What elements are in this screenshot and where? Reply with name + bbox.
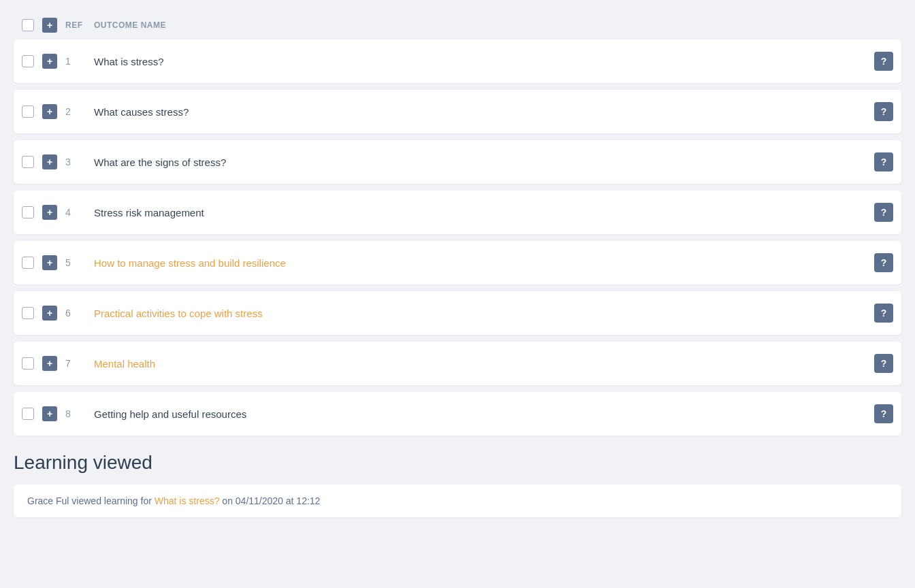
row-checkbox-4[interactable] [22,206,34,218]
table-row: + 5 How to manage stress and build resil… [14,241,901,284]
table-row: + 6 Practical activities to cope with st… [14,291,901,335]
row-checkbox-8[interactable] [22,408,34,420]
table-row: + 3 What are the signs of stress? ? [14,140,901,184]
row-ref-4: 4 [65,207,86,218]
row-help-button-5[interactable]: ? [874,253,893,272]
row-add-button-6[interactable]: + [42,306,57,321]
row-checkbox-3[interactable] [22,156,34,168]
learning-viewed-link[interactable]: What is stress? [155,495,220,506]
row-ref-1: 1 [65,56,86,67]
row-name-6: Practical activities to cope with stress [94,308,866,319]
row-ref-3: 3 [65,157,86,167]
learning-viewed-post: on 04/11/2020 at 12:12 [219,495,320,506]
row-name-4: Stress risk management [94,207,866,218]
row-checkbox-6[interactable] [22,307,34,319]
row-name-2: What causes stress? [94,106,866,118]
table-row: + 4 Stress risk management ? [14,191,901,234]
row-ref-7: 7 [65,358,86,369]
row-add-button-1[interactable]: + [42,54,57,69]
row-ref-2: 2 [65,106,86,117]
row-name-1: What is stress? [94,56,866,67]
outcome-rows-container: + 1 What is stress? ? + 2 What causes st… [14,39,901,436]
row-name-3: What are the signs of stress? [94,157,866,168]
row-add-button-2[interactable]: + [42,104,57,119]
row-checkbox-5[interactable] [22,257,34,269]
table-header: + REF OUTCOME NAME [14,11,901,39]
row-add-button-7[interactable]: + [42,356,57,371]
learning-viewed-pre: Grace Ful viewed learning for [27,495,155,506]
page-container: + REF OUTCOME NAME + 1 What is stress? ?… [0,0,915,528]
row-checkbox-1[interactable] [22,55,34,67]
table-row: + 7 Mental health ? [14,342,901,385]
header-add-button[interactable]: + [42,18,57,33]
header-checkbox[interactable] [22,19,34,31]
row-add-button-3[interactable]: + [42,154,57,169]
table-row: + 1 What is stress? ? [14,39,901,83]
row-help-button-1[interactable]: ? [874,52,893,71]
row-help-button-4[interactable]: ? [874,203,893,222]
row-ref-8: 8 [65,408,86,419]
row-checkbox-7[interactable] [22,357,34,370]
row-add-button-4[interactable]: + [42,205,57,220]
row-help-button-7[interactable]: ? [874,354,893,373]
learning-viewed-title: Learning viewed [14,452,901,474]
row-add-button-8[interactable]: + [42,406,57,421]
table-row: + 8 Getting help and useful resources ? [14,392,901,436]
table-row: + 2 What causes stress? ? [14,90,901,133]
row-ref-5: 5 [65,257,86,268]
row-help-button-3[interactable]: ? [874,152,893,172]
row-name-5: How to manage stress and build resilienc… [94,257,866,269]
row-ref-6: 6 [65,308,86,318]
row-help-button-2[interactable]: ? [874,102,893,121]
row-add-button-5[interactable]: + [42,255,57,270]
row-name-8: Getting help and useful resources [94,408,866,420]
outcome-column-header: OUTCOME NAME [94,20,166,30]
row-checkbox-2[interactable] [22,105,34,118]
row-name-7: Mental health [94,358,866,370]
row-help-button-8[interactable]: ? [874,404,893,423]
ref-column-header: REF [65,20,86,30]
learning-viewed-card: Grace Ful viewed learning for What is st… [14,485,901,517]
row-help-button-6[interactable]: ? [874,304,893,323]
learning-viewed-entry: Grace Ful viewed learning for What is st… [27,495,888,506]
